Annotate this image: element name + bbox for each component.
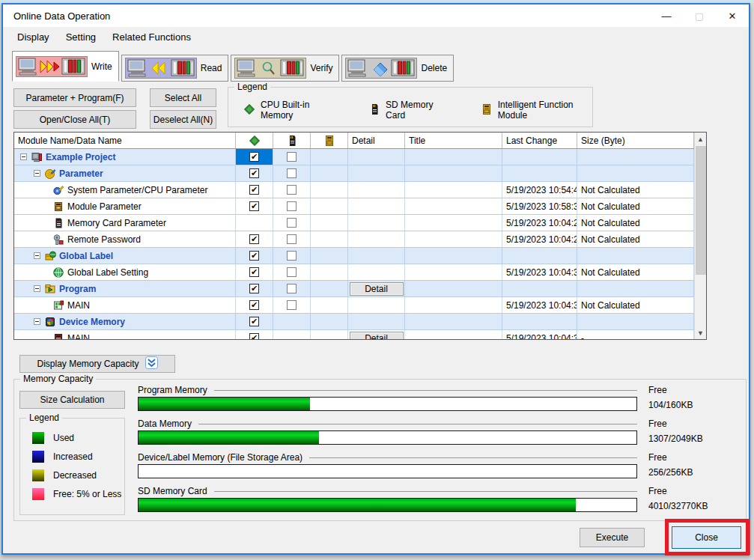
device-label-memory-file-storage-area-label: Device/Label Memory (File Storage Area) — [138, 452, 302, 463]
table-row[interactable]: Global Label — [14, 248, 694, 264]
sd-card-checkbox[interactable] — [287, 201, 297, 211]
data-memory-free-value: 1307/2049KB — [648, 433, 703, 444]
table-row[interactable]: Module Parameter5/19/2023 10:58:31Not Ca… — [14, 198, 694, 215]
table-row[interactable]: Remote Password5/19/2023 10:04:28Not Cal… — [14, 231, 694, 248]
table-row[interactable]: Global Label Setting5/19/2023 10:04:32No… — [14, 264, 694, 281]
window-close-button[interactable]: ✕ — [716, 4, 749, 27]
cell-module-name: Remote Password — [14, 231, 236, 247]
divider — [309, 457, 637, 458]
tab-verify[interactable]: Verify — [231, 55, 339, 82]
sd-card-checkbox[interactable] — [287, 168, 297, 178]
vertical-scrollbar[interactable]: ▲ ▼ — [694, 133, 706, 339]
cpu-memory-checkbox[interactable] — [249, 267, 259, 277]
tree-collapse-icon[interactable] — [34, 252, 40, 259]
table-row[interactable]: ProgramDetail — [14, 281, 694, 297]
select-all-button[interactable]: Select All — [150, 88, 216, 107]
table-row[interactable]: Device Memory — [14, 314, 694, 330]
menu-item-display[interactable]: Display — [9, 28, 58, 46]
cell-size: Not Calculated — [577, 264, 694, 280]
sd-card-checkbox[interactable] — [287, 300, 297, 310]
sd-card-checkbox[interactable] — [287, 185, 297, 195]
cpu-memory-checkbox[interactable] — [249, 152, 259, 162]
cell-detail — [348, 198, 405, 214]
table-row[interactable]: MAINDetail5/19/2023 10:04:32- — [14, 330, 694, 340]
divider — [214, 491, 637, 492]
menu-item-setting[interactable]: Setting — [58, 28, 104, 46]
sd-card-checkbox[interactable] — [287, 234, 297, 244]
tree-collapse-icon[interactable] — [34, 170, 40, 177]
cpu-memory-checkbox[interactable] — [249, 284, 259, 293]
module-name-label: MAIN — [67, 300, 90, 311]
memory-legend-items: UsedIncreasedDecreasedFree: 5% or Less — [20, 419, 124, 500]
cpu-memory-checkbox[interactable] — [249, 251, 259, 261]
sd-card-checkbox[interactable] — [287, 251, 297, 261]
table-row[interactable]: System Parameter/CPU Parameter5/19/2023 … — [14, 182, 694, 198]
cell-intelligent-module — [311, 330, 348, 340]
tree-collapse-icon[interactable] — [20, 153, 27, 160]
legend-swatch-increased — [32, 451, 44, 463]
cell-title — [405, 264, 502, 280]
cell-last-change — [502, 281, 577, 296]
cpu-memory-checkbox[interactable] — [249, 201, 259, 211]
legend-item-label: SD Memory Card — [386, 100, 446, 121]
legend-item-label: CPU Built-in Memory — [261, 100, 334, 121]
cell-detail — [348, 215, 405, 231]
cpu-memory-checkbox[interactable] — [249, 300, 259, 310]
cell-cpu-memory — [236, 264, 273, 280]
cell-intelligent-module — [311, 297, 348, 313]
cell-intelligent-module — [311, 149, 348, 165]
tree-collapse-icon[interactable] — [34, 285, 40, 292]
cell-detail — [348, 314, 405, 329]
tab-read[interactable]: Read — [121, 55, 229, 82]
menu-item-related-functions[interactable]: Related Functions — [104, 28, 199, 46]
cell-intelligent-module — [311, 248, 348, 264]
tree-collapse-icon[interactable] — [34, 318, 40, 325]
sd-card-checkbox[interactable] — [287, 267, 297, 277]
detail-button[interactable]: Detail — [350, 282, 404, 296]
cpu-memory-checkbox[interactable] — [249, 333, 259, 340]
execute-button[interactable]: Execute — [580, 528, 645, 547]
cell-detail — [348, 182, 405, 198]
cell-title — [405, 314, 502, 329]
module-name-label: Global Label Setting — [67, 267, 148, 278]
memory-legend-item: Free: 5% or Less — [32, 488, 124, 500]
window-title: Online Data Operation — [3, 10, 110, 22]
display-memory-capacity-button[interactable]: Display Memory Capacity — [19, 355, 175, 373]
tab-write[interactable]: Write — [12, 51, 119, 82]
scroll-down-icon[interactable]: ▼ — [695, 326, 706, 339]
cell-cpu-memory — [236, 314, 273, 329]
size-calculation-button[interactable]: Size Calculation — [19, 391, 125, 409]
scroll-up-icon[interactable]: ▲ — [695, 133, 706, 145]
cell-title — [405, 182, 502, 198]
cell-sd-card — [273, 165, 311, 181]
verify-tab-icon — [234, 58, 306, 79]
table-row[interactable]: Example Project — [14, 149, 694, 165]
cpu-memory-checkbox[interactable] — [249, 317, 259, 326]
cell-last-change — [502, 248, 577, 264]
cpu-memory-checkbox[interactable] — [249, 185, 259, 195]
cell-intelligent-module — [311, 182, 348, 198]
open-close-all-button[interactable]: Open/Close All(T) — [13, 110, 136, 129]
parameter-program-button[interactable]: Parameter + Program(F) — [13, 88, 136, 107]
sd-card-checkbox[interactable] — [287, 218, 297, 228]
table-row[interactable]: MAIN5/19/2023 10:04:34Not Calculated — [14, 297, 694, 314]
deselect-all-button[interactable]: Deselect All(N) — [150, 110, 216, 129]
cpu-memory-checkbox[interactable] — [249, 168, 259, 178]
cpu-memory-checkbox[interactable] — [249, 234, 259, 244]
cell-intelligent-module — [311, 198, 348, 214]
tab-delete[interactable]: Delete — [341, 55, 454, 82]
sd-card-checkbox[interactable] — [287, 284, 297, 293]
legend-item: CPU Built-in Memory — [243, 100, 334, 121]
close-button[interactable]: Close — [672, 526, 741, 549]
scroll-thumb[interactable] — [696, 146, 706, 275]
legend-swatch-decreased — [32, 469, 44, 481]
read-tab-icon — [125, 58, 197, 79]
cell-sd-card — [273, 264, 311, 280]
table-row[interactable]: Parameter — [14, 165, 694, 182]
sd-card-checkbox[interactable] — [287, 152, 297, 162]
table-body: Example ProjectParameterSystem Parameter… — [14, 149, 706, 340]
detail-button[interactable]: Detail — [350, 332, 404, 341]
table-row[interactable]: Memory Card Parameter5/19/2023 10:04:28N… — [14, 215, 694, 231]
minimize-button[interactable]: — — [650, 4, 683, 27]
legend-item-label: Intelligent Function Module — [498, 100, 592, 121]
